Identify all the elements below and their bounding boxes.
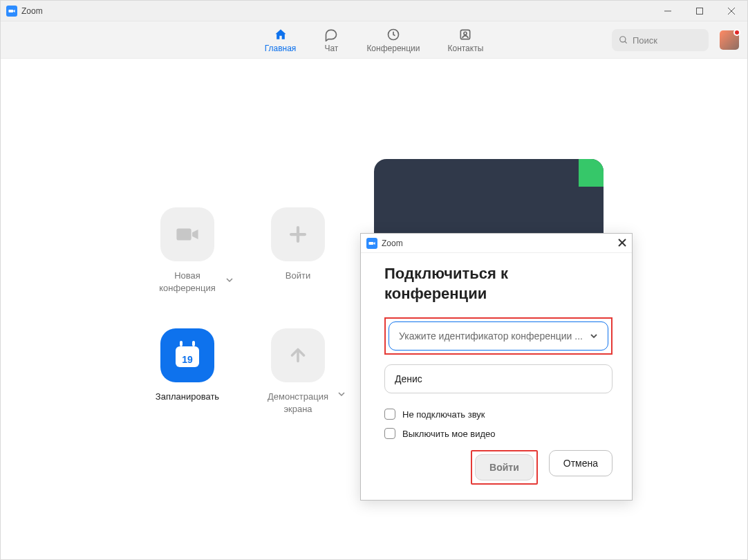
svg-point-6: [464, 32, 467, 35]
dialog-buttons: Войти Отмена: [384, 450, 613, 485]
main-area: Новая конференция Войти 19 Запланирова: [1, 59, 747, 559]
zoom-app-icon: [366, 238, 377, 249]
calendar-icon: 19: [176, 344, 199, 367]
join-button[interactable]: [271, 207, 325, 261]
svg-point-7: [620, 37, 626, 42]
join-button-highlight: Войти: [471, 450, 538, 485]
minimize-button[interactable]: [652, 1, 684, 21]
checkbox-no-audio[interactable]: [384, 409, 395, 420]
presence-indicator: [733, 29, 740, 36]
join-meeting-dialog: Zoom Подключиться к конференции Укажите …: [360, 233, 633, 501]
search-placeholder: Поиск: [633, 35, 657, 46]
tab-contacts[interactable]: Контакты: [447, 27, 483, 53]
action-tiles: Новая конференция Войти 19 Запланирова: [132, 207, 353, 415]
plus-icon: [286, 223, 310, 246]
tab-chat-label: Чат: [324, 44, 338, 53]
tab-meetings-label: Конференции: [366, 44, 420, 53]
checkbox-no-video[interactable]: [384, 428, 395, 439]
dialog-cancel-button[interactable]: Отмена: [549, 450, 613, 476]
svg-rect-1: [697, 8, 703, 14]
dialog-body: Подключиться к конференции Укажите идент…: [361, 253, 632, 500]
tile-new-meeting-label: Новая конференция: [146, 270, 229, 294]
chevron-down-icon[interactable]: [338, 388, 345, 400]
tab-home[interactable]: Главная: [265, 27, 297, 53]
name-input-value: Денис: [395, 373, 422, 384]
calendar-date: 19: [176, 354, 199, 365]
checkbox-no-video-row[interactable]: Выключить мое видео: [384, 428, 613, 439]
chevron-down-icon[interactable]: [226, 274, 233, 286]
tile-join-label: Войти: [286, 270, 310, 282]
chat-icon: [324, 27, 339, 42]
name-input[interactable]: Денис: [384, 364, 613, 393]
dialog-join-button-label: Войти: [489, 462, 519, 473]
avatar[interactable]: [720, 30, 739, 50]
close-button[interactable]: [716, 1, 747, 21]
dialog-window-title: Zoom: [382, 239, 403, 248]
maximize-button[interactable]: [684, 1, 716, 21]
tile-schedule[interactable]: 19 Запланировать: [132, 328, 243, 415]
dialog-heading: Подключиться к конференции: [384, 264, 613, 304]
search-input[interactable]: Поиск: [612, 29, 709, 51]
tile-join[interactable]: Войти: [243, 207, 353, 294]
chevron-down-icon: [590, 332, 598, 340]
clock-icon: [386, 27, 401, 42]
tab-meetings[interactable]: Конференции: [366, 27, 420, 53]
dialog-cancel-button-label: Отмена: [563, 458, 598, 469]
contacts-icon: [458, 27, 473, 42]
meeting-id-placeholder: Укажите идентификатор конференции ...: [399, 330, 583, 342]
tab-contacts-label: Контакты: [447, 44, 483, 53]
tile-schedule-label: Запланировать: [156, 391, 219, 403]
toolbar: Главная Чат Конференции Контакты: [1, 21, 747, 59]
dialog-close-button[interactable]: [618, 237, 626, 250]
titlebar-left: Zoom: [1, 6, 43, 17]
zoom-app-icon: [6, 6, 17, 17]
video-icon: [176, 223, 199, 246]
dialog-join-button[interactable]: Войти: [475, 454, 534, 480]
tile-share-screen[interactable]: Демонстрация экрана: [243, 328, 353, 415]
tile-share-screen-label: Демонстрация экрана: [256, 391, 339, 415]
share-screen-button[interactable]: [271, 328, 325, 382]
home-icon: [273, 27, 288, 42]
nav-tabs: Главная Чат Конференции Контакты: [265, 27, 484, 53]
tab-chat[interactable]: Чат: [324, 27, 339, 53]
tile-new-meeting[interactable]: Новая конференция: [132, 207, 243, 294]
svg-line-8: [625, 41, 627, 44]
checkbox-no-video-label: Выключить мое видео: [402, 429, 496, 439]
search-icon: [619, 35, 628, 45]
titlebar: Zoom: [1, 1, 747, 21]
checkbox-no-audio-label: Не подключать звук: [402, 409, 485, 420]
meeting-id-highlight: Укажите идентификатор конференции ...: [384, 317, 613, 355]
checkbox-no-audio-row[interactable]: Не подключать звук: [384, 409, 613, 420]
window-title: Zoom: [21, 6, 43, 16]
meeting-id-combobox[interactable]: Укажите идентификатор конференции ...: [389, 321, 608, 351]
tab-home-label: Главная: [265, 44, 297, 53]
new-meeting-button[interactable]: [160, 207, 214, 261]
arrow-up-icon: [286, 344, 310, 367]
dialog-titlebar: Zoom: [361, 234, 632, 253]
schedule-button[interactable]: 19: [160, 328, 214, 382]
window-controls: [652, 1, 747, 21]
app-window: Zoom Главная Чат: [0, 0, 748, 560]
